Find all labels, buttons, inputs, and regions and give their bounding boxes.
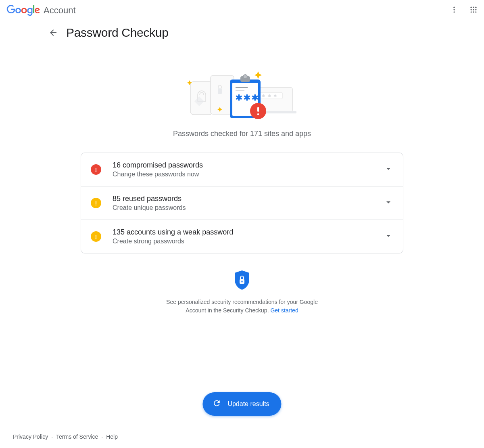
card-reused[interactable]: ! 85 reused passwords Create unique pass…	[81, 186, 403, 220]
card-body: 85 reused passwords Create unique passwo…	[113, 195, 384, 211]
card-subtitle: Change these passwords now	[113, 171, 384, 178]
product-name: Account	[44, 5, 76, 16]
svg-point-4	[473, 7, 474, 8]
svg-point-0	[453, 7, 455, 8]
svg-point-5	[475, 7, 476, 8]
hero-illustration: ✱ ✱ ✱ ✱ ! ✱✱✱	[177, 63, 307, 120]
svg-point-1	[453, 9, 455, 10]
subheader: Password Checkup	[0, 21, 484, 47]
card-compromised[interactable]: ! 16 compromised passwords Change these …	[81, 153, 403, 186]
alert-yellow-icon: !	[91, 231, 101, 242]
svg-point-8	[475, 9, 476, 10]
shield-lock-icon	[161, 270, 323, 292]
summary-text: Passwords checked for 171 sites and apps	[173, 130, 311, 138]
svg-rect-23	[236, 87, 248, 88]
top-header: Account	[0, 0, 484, 21]
svg-point-11	[475, 11, 476, 13]
card-body: 16 compromised passwords Change these pa…	[113, 161, 384, 178]
svg-rect-16	[190, 82, 213, 115]
back-arrow-icon[interactable]	[48, 28, 58, 38]
main-content: ✱ ✱ ✱ ✱ ! ✱✱✱ Passwor	[81, 47, 403, 363]
svg-point-28	[257, 113, 259, 115]
svg-point-2	[453, 11, 455, 13]
svg-point-9	[471, 11, 472, 13]
logo-group: Account	[6, 5, 76, 16]
chevron-down-icon	[384, 197, 393, 209]
svg-rect-18	[218, 88, 222, 94]
card-subtitle: Create strong passwords	[113, 238, 384, 245]
svg-point-22	[243, 75, 247, 79]
get-started-link[interactable]: Get started	[270, 307, 298, 314]
alert-yellow-icon: !	[91, 198, 101, 208]
svg-point-7	[473, 9, 474, 10]
recommendation-block: See personalized security recommendation…	[161, 270, 323, 315]
svg-rect-27	[257, 107, 259, 112]
more-icon[interactable]	[450, 6, 458, 15]
results-list: ! 16 compromised passwords Change these …	[81, 153, 403, 253]
google-logo	[6, 5, 40, 16]
svg-point-6	[471, 9, 472, 10]
svg-point-10	[473, 11, 474, 13]
svg-rect-24	[236, 90, 244, 91]
card-title: 85 reused passwords	[113, 195, 384, 203]
google-logo-svg	[6, 5, 40, 16]
card-weak[interactable]: ! 135 accounts using a weak password Cre…	[81, 220, 403, 253]
card-title: 16 compromised passwords	[113, 161, 384, 170]
card-body: 135 accounts using a weak password Creat…	[113, 228, 384, 245]
card-subtitle: Create unique passwords	[113, 204, 384, 211]
alert-red-icon: !	[91, 164, 101, 175]
svg-rect-31	[242, 281, 242, 283]
page-title: Password Checkup	[66, 26, 169, 40]
apps-grid-icon[interactable]	[469, 6, 478, 15]
recommendation-text: See personalized security recommendation…	[161, 298, 323, 315]
card-title: 135 accounts using a weak password	[113, 228, 384, 237]
header-actions	[450, 6, 478, 15]
chevron-down-icon	[384, 231, 393, 242]
chevron-down-icon	[384, 164, 393, 175]
svg-point-3	[471, 7, 472, 8]
svg-text:✱✱✱: ✱✱✱	[236, 93, 260, 102]
